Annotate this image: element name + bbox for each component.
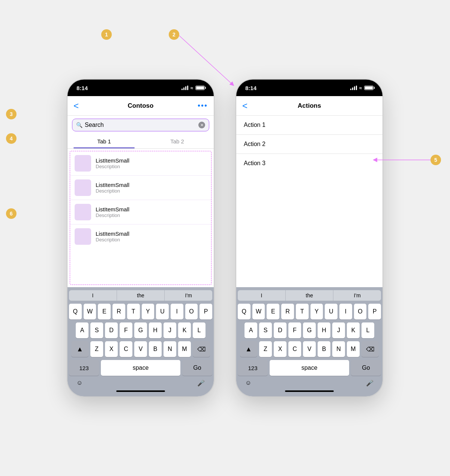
mic-icon-right[interactable]: 🎤 [366, 380, 374, 387]
item-title-2: ListItemSmall [96, 206, 129, 212]
key-Y-left[interactable]: Y [142, 304, 154, 319]
key-A-right[interactable]: A [244, 322, 257, 338]
autocomplete-I-left[interactable]: I [69, 290, 117, 301]
key-D-left[interactable]: D [105, 322, 118, 338]
key-M-left[interactable]: M [178, 341, 191, 357]
key-shift-left[interactable]: ▲ [71, 341, 88, 357]
key-Y-right[interactable]: Y [310, 304, 323, 319]
key-M-right[interactable]: M [347, 341, 360, 357]
key-Z-left[interactable]: Z [90, 341, 103, 357]
keyboard-left: I the I'm Q W E R T Y U I O P A S D F G … [68, 287, 214, 396]
key-X-right[interactable]: X [274, 341, 286, 357]
key-S-right[interactable]: S [259, 322, 272, 338]
item-title-1: ListItemSmall [96, 182, 129, 188]
key-K-left[interactable]: K [178, 322, 191, 338]
key-F-left[interactable]: F [120, 322, 132, 338]
tab-1-left[interactable]: Tab 1 [68, 134, 141, 148]
autocomplete-im-right[interactable]: I'm [333, 290, 381, 301]
key-R-right[interactable]: R [281, 304, 294, 319]
key-S-left[interactable]: S [90, 322, 103, 338]
key-W-left[interactable]: W [84, 304, 96, 319]
key-L-right[interactable]: L [362, 322, 374, 338]
more-button-left[interactable]: ••• [198, 101, 208, 110]
key-row-3-right: ▲ Z X C V B N M ⌫ [238, 341, 381, 357]
key-space-right[interactable]: space [270, 360, 349, 376]
key-Q-left[interactable]: Q [69, 304, 82, 319]
key-H-left[interactable]: H [149, 322, 162, 338]
key-O-left[interactable]: O [185, 304, 198, 319]
action-3[interactable]: Action 3 [236, 154, 382, 173]
autocomplete-row-left: I the I'm [69, 290, 212, 301]
key-U-right[interactable]: U [325, 304, 338, 319]
key-Z-right[interactable]: Z [259, 341, 272, 357]
back-button-right[interactable]: < [242, 101, 248, 111]
key-D-right[interactable]: D [274, 322, 286, 338]
key-K-right[interactable]: K [347, 322, 360, 338]
autocomplete-I-right[interactable]: I [238, 290, 286, 301]
key-F-right[interactable]: F [288, 322, 301, 338]
key-B-right[interactable]: B [318, 341, 330, 357]
emoji-icon-left[interactable]: ☺ [76, 380, 82, 387]
key-V-right[interactable]: V [303, 341, 316, 357]
emoji-icon-right[interactable]: ☺ [245, 380, 251, 387]
key-A-left[interactable]: A [76, 322, 88, 338]
autocomplete-the-left[interactable]: the [117, 290, 165, 301]
key-U-left[interactable]: U [156, 304, 169, 319]
key-L-left[interactable]: L [193, 322, 206, 338]
key-delete-right[interactable]: ⌫ [362, 341, 379, 357]
key-space-left[interactable]: space [101, 360, 180, 376]
key-W-right[interactable]: W [252, 304, 265, 319]
key-Q-right[interactable]: Q [238, 304, 250, 319]
list-item-1[interactable]: ListItemSmall Description [70, 176, 211, 200]
time-right: 8:14 [245, 85, 256, 91]
search-clear-left[interactable]: ✕ [198, 122, 205, 128]
key-H-right[interactable]: H [318, 322, 330, 338]
key-C-left[interactable]: C [120, 341, 132, 357]
status-icons-left: ≈ [182, 85, 205, 91]
autocomplete-the-right[interactable]: the [286, 290, 334, 301]
key-X-left[interactable]: X [105, 341, 118, 357]
item-desc-0: Description [96, 164, 129, 169]
key-B-left[interactable]: B [149, 341, 162, 357]
key-O-right[interactable]: O [354, 304, 367, 319]
list-thumbnail-3 [75, 228, 91, 245]
key-J-left[interactable]: J [164, 322, 176, 338]
search-input-wrap-left[interactable]: 🔍 Search ✕ [72, 119, 209, 131]
bottom-row-left: 123 space Go [69, 360, 212, 376]
key-G-left[interactable]: G [134, 322, 147, 338]
search-input-left[interactable]: Search [85, 122, 196, 128]
key-R-left[interactable]: R [112, 304, 125, 319]
key-I-right[interactable]: I [339, 304, 352, 319]
key-P-left[interactable]: P [200, 304, 212, 319]
key-E-right[interactable]: E [267, 304, 279, 319]
key-E-left[interactable]: E [98, 304, 111, 319]
key-V-left[interactable]: V [134, 341, 147, 357]
action-1[interactable]: Action 1 [236, 116, 382, 135]
key-T-left[interactable]: T [127, 304, 140, 319]
signal-icon-right [350, 86, 357, 90]
key-delete-left[interactable]: ⌫ [193, 341, 210, 357]
key-123-right[interactable]: 123 [238, 360, 268, 376]
tab-2-left[interactable]: Tab 2 [141, 134, 214, 148]
key-T-right[interactable]: T [296, 304, 309, 319]
key-I-left[interactable]: I [171, 304, 183, 319]
key-G-right[interactable]: G [303, 322, 316, 338]
action-2[interactable]: Action 2 [236, 135, 382, 154]
mic-icon-left[interactable]: 🎤 [197, 380, 205, 387]
key-C-right[interactable]: C [288, 341, 301, 357]
key-123-left[interactable]: 123 [69, 360, 99, 376]
key-N-right[interactable]: N [332, 341, 345, 357]
list-item-0[interactable]: ListItemSmall Description [70, 151, 211, 176]
list-item-3[interactable]: ListItemSmall Description [70, 224, 211, 249]
back-button-left[interactable]: < [74, 101, 79, 111]
key-go-right[interactable]: Go [351, 360, 381, 376]
list-item-2[interactable]: ListItemSmall Description [70, 200, 211, 224]
key-P-right[interactable]: P [368, 304, 381, 319]
key-go-left[interactable]: Go [182, 360, 212, 376]
key-J-right[interactable]: J [332, 322, 345, 338]
key-shift-right[interactable]: ▲ [240, 341, 257, 357]
battery-icon-right [364, 86, 374, 90]
key-N-left[interactable]: N [164, 341, 176, 357]
autocomplete-im-left[interactable]: I'm [165, 290, 212, 301]
list-thumbnail-0 [75, 155, 91, 172]
